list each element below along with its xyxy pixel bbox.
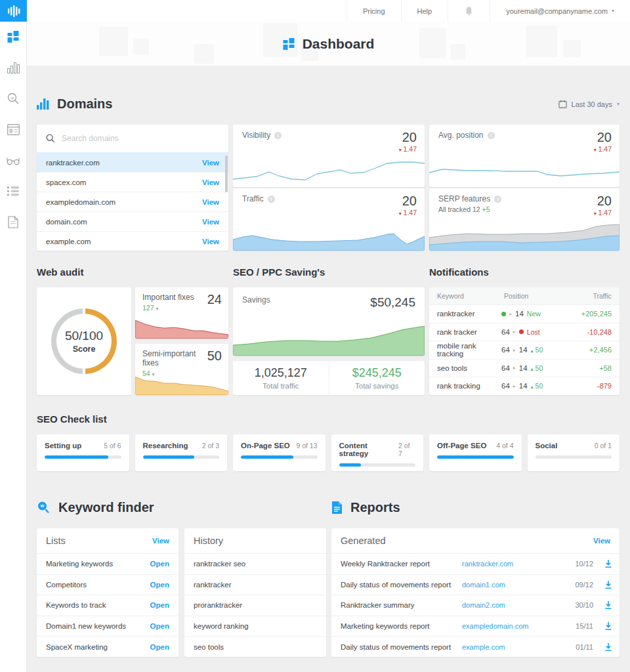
report-row[interactable]: Daily status of movements reportexample.… [331, 636, 620, 657]
checklist-card-top: On-Page SEO9 of 13 [241, 442, 318, 450]
notification-row[interactable]: rank tracker64▸Lost-10,248 [429, 323, 620, 341]
progress-bar-fill [45, 455, 108, 459]
arrow-right-icon: ▸ [513, 329, 516, 335]
keyword-list-open-link[interactable]: Open [150, 622, 169, 630]
keyword-list-open-link[interactable]: Open [150, 581, 169, 589]
position-value: 64 [501, 328, 510, 336]
position-badge: ▴ 50 [531, 346, 543, 354]
keyword-history-row[interactable]: ranktracker [184, 574, 326, 595]
sidebar-item-rank-tracking[interactable] [7, 61, 20, 74]
keyword-list-name: SpaceX marketing [46, 643, 108, 651]
visibility-label: Visibility [242, 131, 270, 140]
info-icon[interactable]: i [274, 132, 282, 139]
keyword-lists-card: Lists View Marketing keywordsOpenCompeti… [37, 528, 178, 657]
download-icon[interactable] [593, 580, 613, 589]
report-domain-link[interactable]: example.com [462, 643, 559, 651]
position-value: 64 [501, 346, 510, 354]
domains-bars-icon [37, 98, 49, 110]
report-domain-link[interactable]: domain2.com [462, 601, 559, 609]
account-menu[interactable]: youremail@companyname.com ▾ [490, 0, 630, 22]
web-audit-title: Web audit [37, 266, 228, 278]
download-icon[interactable] [593, 621, 613, 631]
notifications-bell-button[interactable] [448, 0, 490, 22]
reports-title: Reports [350, 500, 400, 515]
traffic-card: Traffici 20 ▾ 1.47 [233, 188, 425, 251]
keyword-history-row[interactable]: ranktracker seo [184, 553, 326, 574]
domain-view-link[interactable]: View [202, 178, 219, 186]
col-position: Position [501, 292, 564, 300]
report-date: 15/11 [559, 622, 593, 630]
keyword-list-open-link[interactable]: Open [150, 601, 169, 609]
arrow-right-icon: ▸ [513, 347, 516, 353]
total-traffic-value: 1,025,127 [255, 366, 307, 380]
sidebar-item-reports[interactable] [7, 215, 20, 228]
report-row[interactable]: Weekly Ranktracker reportranktracker.com… [331, 553, 620, 574]
report-domain-link[interactable]: ranktracker.com [462, 560, 559, 568]
report-domain-link[interactable]: exampledomain.com [462, 622, 559, 630]
caret-up-icon: ▴ [531, 348, 534, 354]
position-value: 14 [519, 382, 528, 390]
domain-view-link[interactable]: View [202, 238, 219, 245]
notification-row[interactable]: mobile rank tracking64▸14▴ 50+2,456 [429, 341, 620, 359]
search-domains-input[interactable] [62, 134, 219, 143]
info-icon[interactable]: i [494, 196, 501, 203]
pricing-link[interactable]: Pricing [346, 0, 401, 22]
sidebar-item-web-audit[interactable] [7, 154, 20, 167]
keyword-finder-title: Keyword finder [58, 500, 154, 515]
browser-window-icon [7, 124, 20, 135]
keyword-history-term: ranktracker seo [194, 560, 245, 568]
sidebar-item-keyword-finder[interactable]: w [7, 92, 20, 105]
position-value: 14 [519, 364, 528, 372]
keyword-list-row[interactable]: Keywords to trackOpen [37, 595, 178, 616]
domain-row[interactable]: domain.comView [37, 211, 228, 231]
download-icon[interactable] [593, 559, 613, 568]
app-logo[interactable] [0, 0, 27, 22]
keyword-list-row[interactable]: Marketing keywordsOpen [37, 553, 178, 574]
serp-features-label: SERP features [438, 194, 490, 203]
keyword-list-row[interactable]: SpaceX marketingOpen [37, 636, 178, 657]
domain-row[interactable]: exampledomain.comView [37, 192, 228, 211]
seo-checklist-section: SEO Check list Setting up5 of 6Researchi… [37, 413, 620, 471]
report-row[interactable]: Daily status of movements reportdomain1.… [331, 574, 620, 595]
traffic-value: 20 [402, 194, 417, 208]
download-icon[interactable] [593, 600, 613, 610]
keyword-history-row[interactable]: keyword ranking [184, 616, 326, 637]
domain-row[interactable]: spacex.comView [37, 172, 228, 192]
report-row[interactable]: Ranktracker summarydomain2.com30/10 [331, 595, 620, 616]
info-icon[interactable]: i [268, 196, 275, 203]
sidebar-item-dashboard[interactable] [7, 30, 20, 43]
domain-row[interactable]: example.comView [37, 231, 228, 251]
keyword-list-row[interactable]: Domain1 new keywordsOpen [37, 616, 178, 637]
report-domain-link[interactable]: domain1.com [462, 581, 559, 589]
domain-view-link[interactable]: View [202, 198, 219, 206]
sidebar-item-checklist[interactable] [7, 184, 20, 198]
checklist-card-top: Content strategy2 of 7 [339, 442, 416, 457]
keyword-list-open-link[interactable]: Open [150, 643, 169, 651]
notification-row[interactable]: ranktracker▸14New+205,245 [429, 304, 620, 323]
domain-view-link[interactable]: View [202, 159, 219, 167]
domain-name: spacex.com [46, 178, 86, 186]
help-link[interactable]: Help [401, 0, 448, 22]
report-row[interactable]: Marketing keywords reportexampledomain.c… [331, 616, 620, 637]
sidebar-item-serp-checker[interactable] [7, 123, 20, 136]
download-icon[interactable] [593, 642, 613, 652]
date-range-selector[interactable]: Last 30 days ▾ [558, 100, 620, 108]
history-title: History [194, 536, 223, 546]
domain-row[interactable]: ranktracker.comView [37, 152, 228, 172]
notification-row[interactable]: seo tools64▸14▴ 50+58 [429, 359, 620, 377]
domain-list-card: ranktracker.comViewspacex.comViewexample… [37, 125, 228, 251]
generated-view-link[interactable]: View [593, 537, 610, 545]
scrollbar[interactable] [225, 156, 228, 192]
position-badge: Lost [527, 328, 540, 336]
domain-view-link[interactable]: View [202, 218, 219, 226]
lists-view-link[interactable]: View [152, 537, 169, 545]
keyword-list-open-link[interactable]: Open [150, 560, 169, 568]
position-value: 14 [519, 346, 528, 354]
keyword-list-row[interactable]: CompetitorsOpen [37, 574, 178, 595]
keyword-history-row[interactable]: seo tools [184, 636, 326, 657]
checklist-label: Social [536, 442, 558, 450]
info-icon[interactable]: i [488, 132, 495, 139]
arrow-right-icon: ▸ [509, 311, 512, 317]
notification-row[interactable]: rank tracking64▸14▴ 50-879 [429, 377, 620, 395]
keyword-history-row[interactable]: proranktracker [184, 595, 326, 616]
